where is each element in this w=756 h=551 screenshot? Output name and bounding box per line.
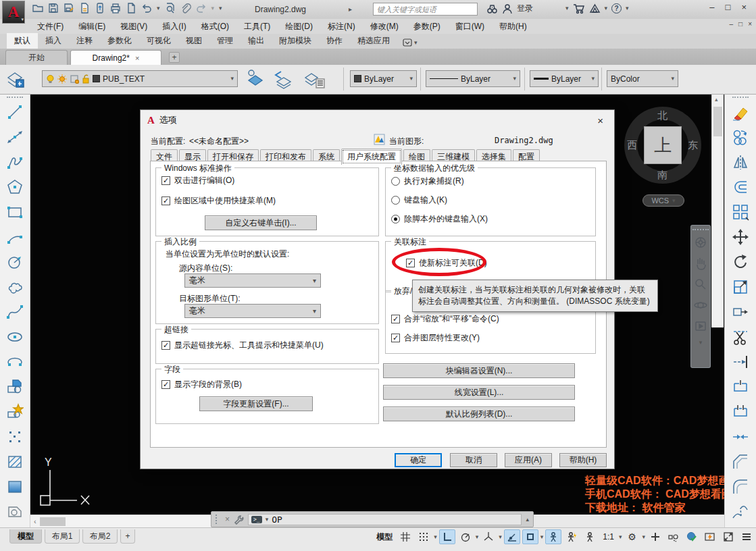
menu-dimension[interactable]: 标注(N): [320, 20, 363, 34]
login-caret-icon[interactable]: ▾: [565, 5, 569, 11]
doc-restore-button[interactable]: □: [738, 20, 742, 28]
extend-icon[interactable]: [726, 349, 755, 374]
file-tab-drawing2[interactable]: Drawing2*×: [70, 50, 161, 65]
arc-icon[interactable]: [0, 224, 30, 249]
help-caret-icon[interactable]: ▾: [626, 5, 629, 11]
user-icon[interactable]: [502, 3, 513, 14]
make-dim-associative-checkbox[interactable]: ✓使新标注可关联(D): [406, 257, 487, 269]
ribbon-tab-manage[interactable]: 管理: [209, 33, 241, 49]
polar-caret-icon[interactable]: ▾: [476, 534, 479, 540]
scale-icon[interactable]: [726, 274, 755, 299]
command-caret-icon[interactable]: ▾: [266, 517, 269, 523]
file-tab-close-icon[interactable]: ×: [135, 54, 139, 62]
new-drawing-icon[interactable]: [126, 3, 136, 14]
menu-format[interactable]: 格式(O): [194, 20, 236, 34]
lineweight-settings-button[interactable]: 线宽设置(L)...: [383, 385, 575, 400]
layer-select-combo[interactable]: PUB_TEXT ▾: [42, 70, 238, 87]
snap-icon[interactable]: [415, 529, 432, 544]
steering-wheel-icon[interactable]: [691, 232, 710, 253]
annotation-autoscale-icon[interactable]: [563, 529, 580, 544]
grid-icon[interactable]: [397, 529, 413, 544]
polyline-icon[interactable]: [0, 149, 30, 174]
undo-caret-icon[interactable]: ▾: [157, 5, 160, 11]
menu-window[interactable]: 窗口(W): [448, 20, 492, 34]
annotation-monitor-icon[interactable]: [647, 529, 663, 544]
plot-preview-icon[interactable]: [165, 3, 176, 14]
ellipse-icon[interactable]: [0, 324, 30, 349]
pan-icon[interactable]: [691, 253, 710, 273]
join-icon[interactable]: [726, 424, 755, 449]
wcs-dropdown[interactable]: WCS▾: [642, 194, 684, 207]
orbit-icon[interactable]: [691, 294, 710, 315]
maximize-button[interactable]: □: [726, 2, 731, 12]
scroll-left-icon[interactable]: ‹: [30, 517, 40, 525]
share-caret-icon[interactable]: ▾: [605, 5, 608, 11]
show-motion-icon[interactable]: [691, 315, 710, 336]
ribbon-display-toggle[interactable]: ▾: [403, 38, 418, 49]
workspace-caret-icon[interactable]: ▾: [642, 534, 645, 540]
default-scale-list-button[interactable]: 默认比例列表(D)...: [383, 406, 575, 421]
login-label[interactable]: 登录: [517, 3, 533, 14]
create-block-icon[interactable]: [0, 399, 30, 424]
osnap-caret-icon[interactable]: ▾: [540, 534, 544, 540]
combine-layer-property-checkbox[interactable]: ✓合并图层特性更改(Y): [391, 332, 480, 344]
title-expand-icon[interactable]: ▸: [349, 5, 352, 13]
mobile-upload-icon[interactable]: [95, 3, 105, 14]
batch-plot-icon[interactable]: [79, 3, 90, 14]
revision-cloud-icon[interactable]: [0, 274, 30, 299]
menu-draw[interactable]: 绘图(D): [278, 20, 320, 34]
navbar-caret-icon[interactable]: ▾: [691, 336, 710, 348]
offset-icon[interactable]: [726, 174, 755, 199]
shortcut-menu-checkbox[interactable]: ✓绘图区域中使用快捷菜单(M): [161, 195, 276, 207]
layer-combo-caret-icon[interactable]: ▾: [230, 76, 234, 82]
cancel-button[interactable]: 取消: [450, 453, 497, 467]
break-icon[interactable]: [726, 399, 755, 424]
zoom-icon[interactable]: [691, 273, 710, 294]
search-binoculars-icon[interactable]: [486, 3, 498, 14]
new-tab-button[interactable]: +: [169, 52, 180, 63]
close-button[interactable]: ×: [741, 2, 747, 12]
break-at-point-icon[interactable]: [726, 374, 755, 399]
gradient-icon[interactable]: [0, 474, 30, 499]
modify-toolbar-handle[interactable]: [732, 97, 749, 98]
attach-icon[interactable]: [180, 3, 191, 14]
command-wrench-icon[interactable]: [234, 515, 244, 525]
viewcube-south[interactable]: 南: [657, 169, 667, 182]
erase-icon[interactable]: [726, 99, 755, 124]
layout-tab-layout1[interactable]: 布局1: [45, 529, 80, 544]
doc-close-button[interactable]: ×: [748, 20, 752, 28]
viewcube[interactable]: 上 北 南 西 东: [624, 107, 701, 184]
ellipse-arc-icon[interactable]: [0, 349, 30, 374]
linetype-combo[interactable]: ByLayer ▾: [426, 70, 520, 87]
menu-insert[interactable]: 插入(I): [155, 20, 193, 34]
dialog-close-button[interactable]: ×: [593, 115, 607, 126]
ribbon-tab-collaborate[interactable]: 协作: [319, 33, 350, 49]
viewcube-west[interactable]: 西: [627, 139, 637, 152]
ribbon-tab-addins[interactable]: 附加模块: [272, 33, 319, 49]
stretch-icon[interactable]: [726, 299, 755, 324]
tab-user-preferences[interactable]: 用户系统配置: [341, 149, 402, 165]
command-line-bar[interactable]: × >_ ▾ OP ▴: [211, 511, 534, 527]
command-bar-handle[interactable]: [216, 515, 221, 524]
hardware-acceleration-icon[interactable]: [684, 529, 700, 544]
match-layer-icon[interactable]: [272, 68, 296, 90]
source-units-combo[interactable]: 毫米▾: [184, 273, 321, 288]
chamfer-icon[interactable]: [726, 449, 755, 474]
viewcube-east[interactable]: 东: [688, 139, 698, 152]
combine-zoom-pan-checkbox[interactable]: ✓合并“缩放”和“平移”命令(C): [391, 313, 499, 325]
command-text[interactable]: OP: [272, 515, 282, 525]
spline-icon[interactable]: [0, 299, 30, 324]
layout-tab-layout2[interactable]: 布局2: [82, 529, 118, 544]
isolate-objects-icon[interactable]: [665, 529, 682, 544]
ortho-icon[interactable]: [439, 529, 455, 544]
workspace-gear-icon[interactable]: ⚙: [624, 529, 640, 544]
line-icon[interactable]: [0, 99, 30, 124]
apply-button[interactable]: 应用(A): [505, 453, 552, 467]
field-background-checkbox[interactable]: ✓显示字段的背景(B): [161, 379, 242, 390]
field-update-settings-button[interactable]: 字段更新设置(F)...: [199, 396, 313, 411]
menu-tools[interactable]: 工具(T): [236, 20, 278, 34]
target-units-combo[interactable]: 毫米▾: [184, 304, 321, 318]
ribbon-tab-visualize[interactable]: 可视化: [139, 33, 178, 49]
help-button[interactable]: 帮助(H): [559, 453, 607, 467]
menu-edit[interactable]: 编辑(E): [71, 20, 113, 34]
